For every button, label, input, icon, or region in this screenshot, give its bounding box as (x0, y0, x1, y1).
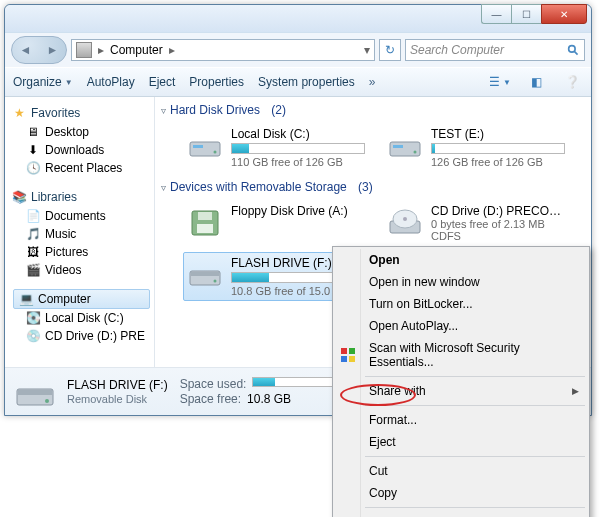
menu-create-shortcut[interactable]: Create shortcut (335, 511, 587, 517)
titlebar: — ☐ ✕ (5, 5, 591, 33)
breadcrumb-dropdown-icon[interactable]: ▾ (364, 43, 370, 57)
svg-rect-23 (349, 356, 355, 362)
recent-icon: 🕓 (25, 160, 41, 176)
drive-icon: 💽 (25, 310, 41, 326)
space-used-label: Space used: (180, 377, 247, 391)
svg-point-7 (414, 151, 417, 154)
videos-icon: 🎬 (25, 262, 41, 278)
menu-scan[interactable]: Scan with Microsoft Security Essentials.… (335, 337, 587, 373)
system-properties-button[interactable]: System properties (258, 75, 355, 89)
floppy-icon (187, 204, 223, 240)
help-button[interactable]: ❔ (561, 73, 583, 91)
toolbar-overflow-button[interactable]: » (369, 75, 376, 89)
menu-format[interactable]: Format... (335, 409, 587, 431)
sidebar-item-cddrive-d[interactable]: 💿CD Drive (D:) PRE (11, 327, 154, 345)
libraries-icon: 📚 (11, 189, 27, 205)
svg-rect-10 (197, 224, 213, 233)
drive-free: 0 bytes free of 2.13 MB (431, 218, 565, 230)
drive-free: 110 GB free of 126 GB (231, 156, 365, 168)
drive-floppy-a[interactable]: Floppy Disk Drive (A:) (183, 200, 369, 246)
details-type: Removable Disk (67, 393, 168, 405)
maximize-button[interactable]: ☐ (511, 4, 541, 24)
drive-local-c[interactable]: Local Disk (C:) 110 GB free of 126 GB (183, 123, 369, 172)
libraries-header[interactable]: 📚Libraries (11, 187, 154, 207)
sidebar-item-localdisk-c[interactable]: 💽Local Disk (C:) (11, 309, 154, 327)
autoplay-button[interactable]: AutoPlay (87, 75, 135, 89)
search-placeholder: Search Computer (410, 43, 563, 57)
sidebar-item-recent[interactable]: 🕓Recent Places (11, 159, 154, 177)
space-bar (431, 143, 565, 154)
space-bar (231, 143, 365, 154)
sidebar-item-music[interactable]: 🎵Music (11, 225, 154, 243)
breadcrumb-sep-icon: ▸ (169, 43, 175, 57)
search-box[interactable]: Search Computer (405, 39, 585, 61)
space-used-bar (252, 377, 336, 387)
sidebar-item-documents[interactable]: 📄Documents (11, 207, 154, 225)
toolbar: Organize ▼ AutoPlay Eject Properties Sys… (5, 67, 591, 97)
close-button[interactable]: ✕ (541, 4, 587, 24)
svg-rect-22 (341, 356, 347, 362)
music-icon: 🎵 (25, 226, 41, 242)
sidebar-item-downloads[interactable]: ⬇Downloads (11, 141, 154, 159)
address-bar[interactable]: ▸ Computer ▸ ▾ (71, 39, 375, 61)
computer-icon: 💻 (18, 291, 34, 307)
menu-open-new-window[interactable]: Open in new window (335, 271, 587, 293)
properties-button[interactable]: Properties (189, 75, 244, 89)
nav-back-forward[interactable]: ◄► (11, 36, 67, 64)
sidebar-item-desktop[interactable]: 🖥Desktop (11, 123, 154, 141)
menu-autoplay[interactable]: Open AutoPlay... (335, 315, 587, 337)
drive-free: 126 GB free of 126 GB (431, 156, 565, 168)
collapse-icon: ▿ (161, 105, 166, 116)
menu-eject[interactable]: Eject (335, 431, 587, 453)
space-free-value: 10.8 GB (247, 392, 291, 406)
menu-share-with[interactable]: Share with▶ (335, 380, 587, 402)
view-button[interactable]: ☰ ▼ (489, 73, 511, 91)
section-hdd-header[interactable]: ▿ Hard Disk Drives (2) (159, 101, 591, 123)
drive-cd-d[interactable]: CD Drive (D:) PRECOMPACT 0 bytes free of… (383, 200, 569, 246)
svg-rect-6 (393, 145, 403, 148)
favorites-header[interactable]: ★Favorites (11, 103, 154, 123)
svg-rect-15 (191, 272, 219, 276)
organize-button[interactable]: Organize ▼ (13, 75, 73, 89)
sidebar-item-computer[interactable]: 💻Computer (13, 289, 150, 309)
removable-drive-icon (187, 256, 223, 292)
breadcrumb-computer[interactable]: Computer (110, 43, 163, 57)
drive-label: Floppy Disk Drive (A:) (231, 204, 365, 218)
cd-icon: 💿 (25, 328, 41, 344)
menu-open[interactable]: Open (335, 249, 587, 271)
menu-bitlocker[interactable]: Turn on BitLocker... (335, 293, 587, 315)
svg-rect-20 (341, 348, 347, 354)
svg-point-4 (214, 151, 217, 154)
context-menu: Open Open in new window Turn on BitLocke… (332, 246, 590, 517)
section-removable-header[interactable]: ▿ Devices with Removable Storage (3) (159, 178, 591, 200)
hdd-icon (187, 127, 223, 163)
svg-rect-5 (390, 142, 420, 156)
svg-rect-3 (193, 145, 203, 148)
drive-test-e[interactable]: TEST (E:) 126 GB free of 126 GB (383, 123, 569, 172)
drive-label: TEST (E:) (431, 127, 565, 141)
svg-point-16 (214, 280, 217, 283)
minimize-button[interactable]: — (481, 4, 511, 24)
removable-drive-icon (15, 375, 55, 409)
details-name: FLASH DRIVE (F:) (67, 378, 168, 392)
sidebar-item-videos[interactable]: 🎬Videos (11, 261, 154, 279)
submenu-arrow-icon: ▶ (572, 386, 579, 396)
svg-point-13 (403, 217, 407, 221)
menu-copy[interactable]: Copy (335, 482, 587, 504)
menu-cut[interactable]: Cut (335, 460, 587, 482)
svg-rect-18 (18, 390, 52, 395)
sidebar-item-pictures[interactable]: 🖼Pictures (11, 243, 154, 261)
svg-rect-2 (190, 142, 220, 156)
svg-rect-21 (349, 348, 355, 354)
space-free-label: Space free: (180, 392, 241, 406)
nav-pane: ★Favorites 🖥Desktop ⬇Downloads 🕓Recent P… (5, 97, 155, 367)
hdd-icon (387, 127, 423, 163)
svg-rect-9 (198, 212, 212, 220)
drive-label: Local Disk (C:) (231, 127, 365, 141)
eject-button[interactable]: Eject (149, 75, 176, 89)
desktop-icon: 🖥 (25, 124, 41, 140)
refresh-button[interactable]: ↻ (379, 39, 401, 61)
preview-pane-button[interactable]: ◧ (525, 73, 547, 91)
collapse-icon: ▿ (161, 182, 166, 193)
drive-label: CD Drive (D:) PRECOMPACT (431, 204, 565, 218)
